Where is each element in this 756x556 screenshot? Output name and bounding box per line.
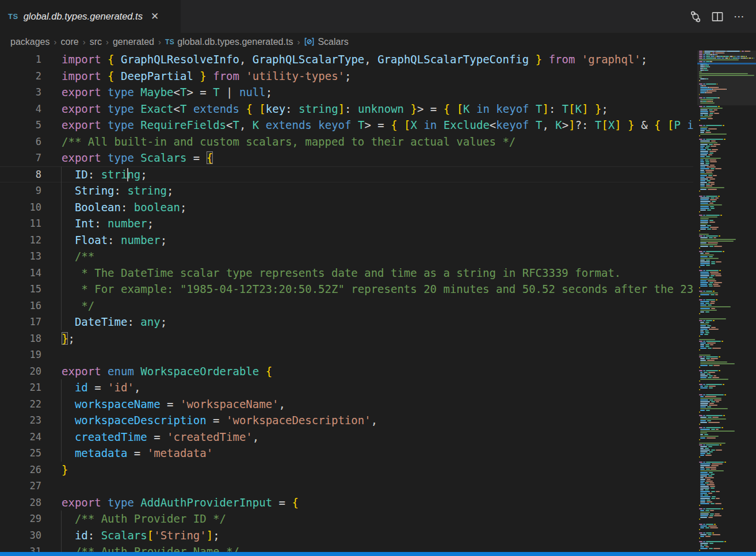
code-line[interactable]: 26} (0, 462, 693, 478)
line-number[interactable]: 27 (0, 478, 41, 494)
tab-bar: TS global.db.types.generated.ts ✕ (0, 0, 756, 33)
breadcrumb-item-src[interactable]: src (90, 37, 102, 47)
line-number[interactable]: 24 (0, 429, 41, 445)
line-number[interactable]: 17 (0, 314, 41, 330)
line-number[interactable]: 6 (0, 134, 41, 150)
line-number[interactable]: 5 (0, 117, 41, 134)
code-line[interactable]: 12 Float: number; (0, 232, 693, 249)
code-text: /** Auth Provider Name */ (41, 543, 693, 552)
code-text (41, 346, 693, 363)
line-number[interactable]: 1 (0, 51, 41, 68)
indent-guide (61, 379, 62, 396)
more-actions-icon[interactable]: ⋯ (731, 8, 748, 25)
minimap[interactable] (697, 51, 756, 552)
line-number[interactable]: 7 (0, 150, 41, 166)
tab-global-db-types[interactable]: TS global.db.types.generated.ts ✕ (0, 0, 181, 33)
line-number[interactable]: 21 (0, 379, 41, 396)
line-number[interactable]: 11 (0, 215, 41, 232)
code-line[interactable]: 3export type Maybe<T> = T | null; (0, 84, 693, 101)
editor-actions: ⋯ (687, 0, 756, 33)
code-line[interactable]: 4export type Exact<T extends { [key: str… (0, 101, 693, 117)
code-line[interactable]: 6/** All built-in and custom scalars, ma… (0, 134, 693, 150)
status-bar (0, 552, 756, 556)
indent-guide (61, 199, 62, 216)
code-line[interactable]: 13 /** (0, 248, 693, 265)
code-text: import { GraphQLResolveInfo, GraphQLScal… (41, 51, 693, 68)
code-line[interactable]: 7export type Scalars = { (0, 150, 693, 166)
line-number[interactable]: 14 (0, 265, 41, 281)
breadcrumb-separator: › (106, 37, 109, 47)
line-number[interactable]: 26 (0, 462, 41, 478)
code-line[interactable]: 20export enum WorkspaceOrderable { (0, 363, 693, 380)
code-line[interactable]: 19 (0, 346, 693, 363)
line-number[interactable]: 25 (0, 445, 41, 462)
code-line[interactable]: 10 Boolean: boolean; (0, 199, 693, 216)
code-line[interactable]: 5export type RequireFields<T, K extends … (0, 117, 693, 134)
minimap-current-line (697, 63, 756, 64)
code-line[interactable]: 1import { GraphQLResolveInfo, GraphQLSca… (0, 51, 693, 68)
line-number[interactable]: 9 (0, 182, 41, 199)
line-number[interactable]: 19 (0, 346, 41, 363)
code-text: Boolean: boolean; (41, 199, 693, 216)
code-line[interactable]: 23 workspaceDescription = 'workspaceDesc… (0, 412, 693, 429)
line-number[interactable]: 8 (0, 166, 41, 183)
code-line[interactable]: 29 /** Auth Provider ID */ (0, 511, 693, 527)
line-number[interactable]: 31 (0, 543, 41, 552)
line-number[interactable]: 23 (0, 412, 41, 429)
vscode-editor-window: TS global.db.types.generated.ts ✕ (0, 0, 756, 556)
line-number[interactable]: 13 (0, 248, 41, 265)
line-number[interactable]: 28 (0, 494, 41, 511)
code-line[interactable]: 28export type AddAuthProviderInput = { (0, 494, 693, 511)
breadcrumb-item-generated[interactable]: generated (113, 37, 154, 47)
code-line[interactable]: 2import { DeepPartial } from 'utility-ty… (0, 68, 693, 85)
line-number[interactable]: 30 (0, 527, 41, 544)
text-cursor (127, 168, 128, 181)
code-line[interactable]: 9 String: string; (0, 182, 693, 199)
code-line[interactable]: 22 workspaceName = 'workspaceName', (0, 396, 693, 413)
line-number[interactable]: 16 (0, 298, 41, 314)
line-number[interactable]: 12 (0, 232, 41, 249)
code-line[interactable]: 27 (0, 478, 693, 494)
line-number[interactable]: 2 (0, 68, 41, 85)
code-line[interactable]: 24 createdTime = 'createdTime', (0, 429, 693, 445)
code-line[interactable]: 25 metadata = 'metadata' (0, 445, 693, 462)
line-number[interactable]: 15 (0, 281, 41, 298)
code-text: Int: number; (41, 215, 693, 232)
split-editor-icon[interactable] (709, 8, 726, 25)
code-line[interactable]: 14 * The DateTime scalar type represents… (0, 265, 693, 281)
line-number[interactable]: 18 (0, 330, 41, 347)
code-text: export type RequireFields<T, K extends k… (41, 117, 693, 134)
code-text: export type Maybe<T> = T | null; (41, 84, 693, 101)
breadcrumb-item-scalars[interactable]: Scalars (304, 37, 348, 47)
breadcrumb-item-packages[interactable]: packages (10, 37, 50, 47)
open-changes-icon[interactable] (687, 8, 704, 25)
code-line[interactable]: 31 /** Auth Provider Name */ (0, 543, 693, 552)
line-number[interactable]: 20 (0, 363, 41, 380)
line-number[interactable]: 4 (0, 101, 41, 117)
indent-guide (61, 527, 62, 544)
indent-guide (61, 396, 62, 413)
code-line[interactable]: 16 */ (0, 298, 693, 314)
line-number[interactable]: 10 (0, 199, 41, 216)
code-text: /** (41, 248, 693, 265)
line-number[interactable]: 22 (0, 396, 41, 413)
line-number[interactable]: 29 (0, 511, 41, 527)
code-text: export type AddAuthProviderInput = { (41, 494, 693, 511)
code-line[interactable]: 30 id: Scalars['String']; (0, 527, 693, 544)
line-number[interactable]: 3 (0, 84, 41, 101)
code-line[interactable]: 15 * For example: "1985-04-12T23:20:50.5… (0, 281, 693, 298)
breadcrumb-item-core[interactable]: core (61, 37, 79, 47)
code-line[interactable]: 11 Int: number; (0, 215, 693, 232)
indent-guide (61, 265, 62, 281)
breadcrumb-separator: › (158, 37, 161, 47)
code-line[interactable]: 17 DateTime: any; (0, 314, 693, 330)
code-line[interactable]: 21 id = 'id', (0, 379, 693, 396)
code-line[interactable]: 18}; (0, 330, 693, 347)
code-line[interactable]: 8 ID: string; (0, 166, 693, 183)
breadcrumb-item-global-db-types-generated-ts[interactable]: TSglobal.db.types.generated.ts (165, 37, 293, 47)
indent-guide (61, 281, 62, 298)
close-tab-icon[interactable]: ✕ (151, 12, 159, 21)
indent-guide (61, 511, 62, 527)
code-area[interactable]: 1import { GraphQLResolveInfo, GraphQLSca… (0, 51, 693, 552)
typescript-file-icon: TS (8, 12, 18, 21)
